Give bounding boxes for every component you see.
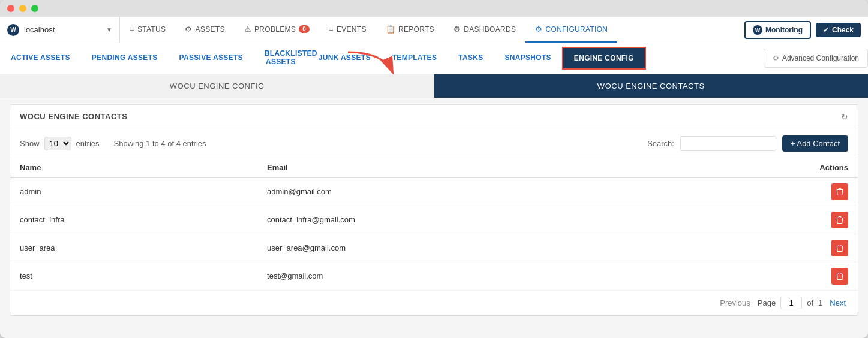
tab-active-assets[interactable]: ACTIVE ASSETS xyxy=(0,47,81,69)
assets-icon: ⚙ xyxy=(185,25,192,34)
advanced-config-button[interactable]: ⚙ Advanced Configuration xyxy=(764,49,868,68)
dashboards-icon: ⚙ xyxy=(453,25,461,34)
trash-icon xyxy=(836,188,843,196)
contacts-panel: WOCU ENGINE CONTACTS ↻ Show 10 25 50 ent… xyxy=(10,104,858,316)
problems-badge: 0 xyxy=(299,25,310,33)
title-bar xyxy=(0,0,868,17)
asset-tabs: ACTIVE ASSETS PENDING ASSETS PASSIVE ASS… xyxy=(0,43,868,74)
tab-passive-assets[interactable]: PASSIVE ASSETS xyxy=(169,47,254,69)
nav-right: W Monitoring ✓ Check xyxy=(737,21,868,39)
table-row: contact_infra contact_infra@gmail.com xyxy=(10,206,858,234)
host-selector[interactable]: W localhost ▼ xyxy=(0,17,120,43)
cell-name: user_area xyxy=(10,234,257,262)
showing-info: Showing 1 to 4 of 4 entries xyxy=(114,139,206,148)
arrow-indicator xyxy=(336,49,408,79)
nav-item-reports[interactable]: 📋 REPORTS xyxy=(376,17,444,43)
search-label: Search: xyxy=(647,139,674,148)
cell-email: test@gmail.com xyxy=(257,262,672,290)
panel-header: WOCU ENGINE CONTACTS ↻ xyxy=(10,105,858,129)
status-icon: ≡ xyxy=(130,25,134,34)
total-pages: 1 xyxy=(818,298,822,307)
monitoring-logo: W xyxy=(753,25,762,35)
host-name: localhost xyxy=(24,25,101,34)
entries-select[interactable]: 10 25 50 xyxy=(44,137,71,150)
page-label: Page xyxy=(758,298,776,307)
delete-button[interactable] xyxy=(831,212,848,228)
search-input[interactable] xyxy=(680,136,776,151)
table-row: admin admin@gmail.com xyxy=(10,177,858,206)
trash-icon xyxy=(836,244,843,252)
tab-tasks[interactable]: TASKS xyxy=(447,47,494,69)
page-input[interactable] xyxy=(780,297,802,309)
tab-snapshots[interactable]: SNAPSHOTS xyxy=(494,47,561,69)
check-icon: ✓ xyxy=(823,26,829,34)
pagination: Previous Page of 1 Next xyxy=(10,290,858,315)
minimize-button[interactable] xyxy=(19,5,26,12)
col-header-actions: Actions xyxy=(673,158,858,177)
host-icon: W xyxy=(7,24,19,36)
delete-button[interactable] xyxy=(831,240,848,256)
panel-title: WOCU ENGINE CONTACTS xyxy=(20,112,127,121)
cell-name: contact_infra xyxy=(10,206,257,234)
main-content: WOCU ENGINE CONTACTS ↻ Show 10 25 50 ent… xyxy=(0,98,868,338)
cell-actions xyxy=(673,262,858,290)
cell-email: admin@gmail.com xyxy=(257,177,672,206)
nav-item-configuration[interactable]: ⚙ CONFIGURATION xyxy=(525,17,617,43)
nav-item-problems[interactable]: ⚠ PROBLEMS 0 xyxy=(235,17,319,43)
table-row: user_area user_area@gmail.com xyxy=(10,234,858,262)
table-row: test test@gmail.com xyxy=(10,262,858,290)
gear-icon: ⚙ xyxy=(773,54,779,62)
delete-button[interactable] xyxy=(831,183,848,200)
cell-name: admin xyxy=(10,177,257,206)
col-header-name: Name xyxy=(10,158,257,177)
check-button[interactable]: ✓ Check xyxy=(816,23,861,37)
nav-items: ≡ STATUS ⚙ ASSETS ⚠ PROBLEMS 0 ≡ EVENTS … xyxy=(120,17,737,43)
nav-item-dashboards[interactable]: ⚙ DASHBOARDS xyxy=(444,17,525,43)
delete-button[interactable] xyxy=(831,268,848,285)
maximize-button[interactable] xyxy=(31,5,38,12)
close-button[interactable] xyxy=(7,5,14,12)
col-header-email: Email xyxy=(257,158,672,177)
nav-item-events[interactable]: ≡ EVENTS xyxy=(319,17,376,43)
host-dropdown-icon[interactable]: ▼ xyxy=(106,26,112,33)
subtab-wocu-engine-contacts[interactable]: WOCU ENGINE CONTACTS xyxy=(434,74,869,98)
refresh-icon[interactable]: ↻ xyxy=(841,112,848,122)
reports-icon: 📋 xyxy=(386,25,395,34)
previous-button[interactable]: Previous xyxy=(717,297,753,309)
problems-icon: ⚠ xyxy=(244,25,251,34)
search-add: Search: + Add Contact xyxy=(647,135,848,152)
trash-icon xyxy=(836,272,843,280)
configuration-icon: ⚙ xyxy=(535,25,542,34)
contacts-table: Name Email Actions admin admin@gmail.com… xyxy=(10,158,858,290)
of-label: of xyxy=(807,298,813,307)
next-button[interactable]: Next xyxy=(827,297,848,309)
cell-actions xyxy=(673,234,858,262)
table-controls: Show 10 25 50 entries Showing 1 to 4 of … xyxy=(10,129,858,158)
trash-icon xyxy=(836,216,843,224)
cell-actions xyxy=(673,206,858,234)
show-entries: Show 10 25 50 entries xyxy=(20,137,100,150)
cell-name: test xyxy=(10,262,257,290)
tab-blacklisted-assets[interactable]: BLACKLISTED ASSETS xyxy=(254,43,308,74)
cell-email: contact_infra@gmail.com xyxy=(257,206,672,234)
events-icon: ≡ xyxy=(329,25,334,34)
tab-engine-config[interactable]: ENGINE CONFIG xyxy=(562,47,646,70)
nav-item-status[interactable]: ≡ STATUS xyxy=(120,17,175,43)
nav-bar: W localhost ▼ ≡ STATUS ⚙ ASSETS ⚠ PROBLE… xyxy=(0,17,868,43)
add-contact-button[interactable]: + Add Contact xyxy=(782,135,848,152)
cell-actions xyxy=(673,177,858,206)
cell-email: user_area@gmail.com xyxy=(257,234,672,262)
monitoring-button[interactable]: W Monitoring xyxy=(744,21,811,39)
tab-pending-assets[interactable]: PENDING ASSETS xyxy=(81,47,169,69)
nav-item-assets[interactable]: ⚙ ASSETS xyxy=(175,17,234,43)
sub-tabs: WOCU ENGINE CONFIG WOCU ENGINE CONTACTS xyxy=(0,74,868,98)
